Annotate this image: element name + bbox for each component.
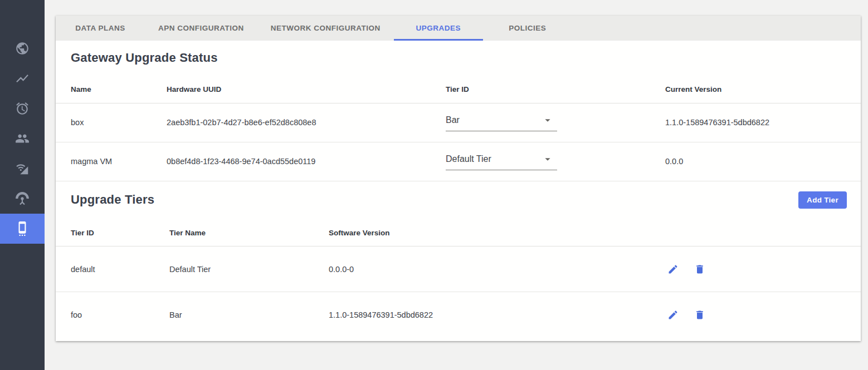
gateway-table-header-row: Name Hardware UUID Tier ID Current Versi…: [56, 76, 861, 103]
trash-icon: [694, 264, 705, 275]
tier-row: foo Bar 1.1.0-1589476391-5dbd6822: [56, 292, 861, 338]
edit-tier-button[interactable]: [667, 264, 679, 275]
chart-icon: [15, 71, 30, 86]
people-icon: [15, 131, 30, 146]
trash-icon: [694, 309, 705, 320]
sidebar: [0, 0, 45, 370]
gateway-row: magma VM 0b8ef4d8-1f23-4468-9e74-0acd55d…: [56, 142, 861, 181]
col-header-tier-id: Tier ID: [446, 76, 665, 103]
tier-id: foo: [56, 292, 169, 338]
col-header-tier-id: Tier ID: [56, 220, 169, 246]
add-tier-button[interactable]: Add Tier: [798, 191, 847, 209]
tier-software-version: 1.1.0-1589476391-5dbd6822: [329, 292, 667, 338]
col-header-software-version: Software Version: [329, 220, 667, 246]
tier-name: Default Tier: [169, 246, 329, 292]
alarm-icon: [15, 101, 30, 116]
tier-id-select-value: Default Tier: [446, 154, 491, 164]
gateway-hardware-uuid: 0b8ef4d8-1f23-4468-9e74-0acd55de0119: [167, 142, 446, 181]
edit-tier-button[interactable]: [667, 309, 679, 320]
col-header-tier-name: Tier Name: [169, 220, 329, 246]
tier-row-actions: [667, 309, 861, 320]
gateway-section-header: Gateway Upgrade Status: [56, 41, 861, 76]
tier-id: default: [56, 246, 169, 292]
gateway-name: box: [56, 103, 167, 142]
tab-network-configuration[interactable]: NETWORK CONFIGURATION: [257, 16, 394, 41]
tier-row: default Default Tier 0.0.0-0: [56, 246, 861, 292]
gateway-current-version: 0.0.0: [665, 142, 861, 181]
col-header-hardware-uuid: Hardware UUID: [167, 76, 446, 103]
content-card: DATA PLANS APN CONFIGURATION NETWORK CON…: [56, 16, 861, 341]
mobile-settings-icon: [15, 221, 30, 236]
chevron-down-icon: [542, 114, 554, 126]
delete-tier-button[interactable]: [694, 309, 705, 320]
col-header-current-version: Current Version: [665, 76, 861, 103]
tiers-table-header-row: Tier ID Tier Name Software Version: [56, 220, 861, 246]
pencil-icon: [667, 309, 679, 320]
gateway-section-title: Gateway Upgrade Status: [71, 51, 218, 65]
sidebar-item-equipment[interactable]: [0, 214, 45, 244]
tiers-section-header: Upgrade Tiers Add Tier: [56, 181, 861, 220]
tier-id-select-value: Bar: [446, 115, 460, 125]
tier-software-version: 0.0.0-0: [329, 246, 667, 292]
gateway-upgrade-table: Name Hardware UUID Tier ID Current Versi…: [56, 76, 861, 181]
tier-name: Bar: [169, 292, 329, 338]
col-header-name: Name: [56, 76, 167, 103]
tier-id-select[interactable]: Default Tier: [446, 153, 557, 170]
sidebar-item-subscribers[interactable]: [0, 124, 45, 154]
tier-id-select[interactable]: Bar: [446, 114, 557, 131]
globe-icon: [15, 41, 30, 56]
pencil-icon: [667, 264, 679, 275]
delete-tier-button[interactable]: [694, 264, 705, 275]
tab-bar: DATA PLANS APN CONFIGURATION NETWORK CON…: [56, 16, 861, 41]
chevron-down-icon: [542, 153, 554, 165]
main-content: DATA PLANS APN CONFIGURATION NETWORK CON…: [45, 0, 868, 370]
col-header-actions: [667, 220, 861, 246]
gateway-row: box 2aeb3fb1-02b7-4d27-b8e6-ef52d8c808e8…: [56, 103, 861, 142]
gateway-name: magma VM: [56, 142, 167, 181]
sidebar-item-metrics[interactable]: [0, 63, 45, 93]
tier-row-actions: [667, 264, 861, 275]
tab-upgrades[interactable]: UPGRADES: [394, 16, 483, 41]
sidebar-item-map[interactable]: [0, 33, 45, 63]
cell-wifi-icon: [15, 161, 30, 176]
upgrade-tiers-table: Tier ID Tier Name Software Version defau…: [56, 220, 861, 338]
gateway-current-version: 1.1.0-1589476391-5dbd6822: [665, 103, 861, 142]
tiers-section-title: Upgrade Tiers: [71, 193, 154, 207]
tab-data-plans[interactable]: DATA PLANS: [56, 16, 145, 41]
gateway-hardware-uuid: 2aeb3fb1-02b7-4d27-b8e6-ef52d8c808e8: [167, 103, 446, 142]
tab-policies[interactable]: POLICIES: [483, 16, 572, 41]
tab-apn-configuration[interactable]: APN CONFIGURATION: [145, 16, 257, 41]
sidebar-item-gateways[interactable]: [0, 184, 45, 214]
antenna-icon: [15, 191, 30, 206]
sidebar-item-alarms[interactable]: [0, 93, 45, 124]
sidebar-item-network[interactable]: [0, 154, 45, 184]
